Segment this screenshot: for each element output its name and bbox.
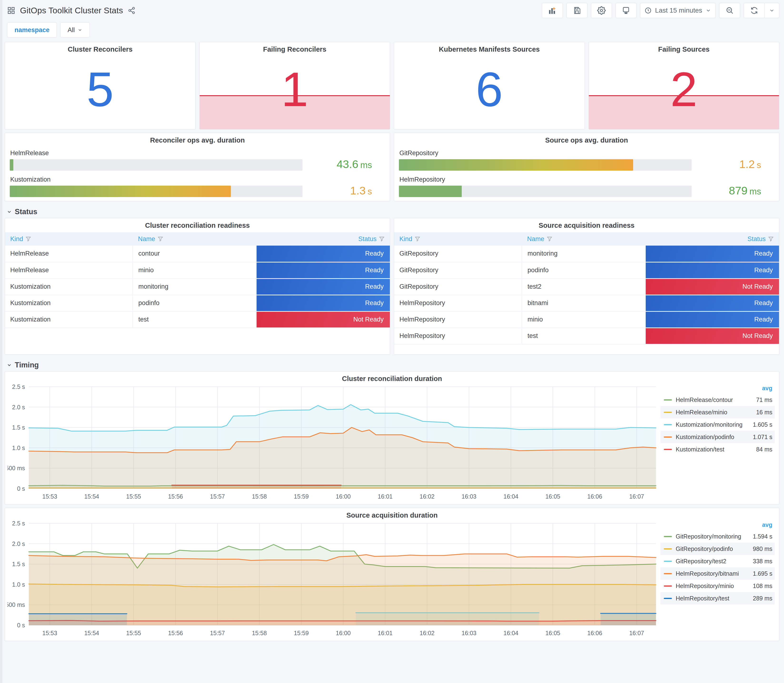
table-panel-cluster-reconciliation-readiness: Cluster reconciliation readiness Kind Na… (5, 218, 390, 354)
legend-item[interactable]: Kustomization/test84 ms (661, 443, 775, 455)
chart-canvas[interactable]: 0 s500 ms1.0 s1.5 s2.0 s2.5 s15:5315:541… (7, 519, 661, 639)
stat-value: 5 (5, 61, 196, 117)
legend-series-name[interactable]: HelmRepository/bitnami (676, 570, 739, 577)
svg-text:15:59: 15:59 (294, 630, 309, 637)
panel-title[interactable]: Cluster reconciliation readiness (5, 218, 390, 229)
time-range-picker[interactable]: Last 15 minutes (640, 3, 716, 18)
variable-namespace-select[interactable]: All (60, 22, 90, 38)
time-series-plot[interactable]: 0 s500 ms1.0 s1.5 s2.0 s2.5 s15:5315:541… (7, 382, 661, 503)
panel-title[interactable]: Cluster reconciliation duration (5, 372, 779, 383)
cell-kind: HelmRepository (394, 295, 522, 311)
chart-canvas[interactable]: 0 s500 ms1.0 s1.5 s2.0 s2.5 s15:5315:541… (7, 382, 661, 503)
column-header-kind[interactable]: Kind (5, 232, 133, 245)
panel-title[interactable]: Failing Reconcilers (200, 42, 390, 53)
add-panel-button[interactable] (542, 3, 563, 18)
legend-series-avg: 289 ms (753, 595, 772, 602)
legend-series-name[interactable]: GitRepository/monitoring (676, 533, 741, 540)
legend-item[interactable]: HelmRepository/minio108 ms (661, 580, 775, 592)
column-header-status[interactable]: Status (257, 232, 390, 245)
legend-series-name[interactable]: HelmRepository/minio (676, 583, 734, 590)
filter-icon (768, 236, 774, 242)
dashboard-settings-button[interactable] (591, 3, 612, 18)
section-timing[interactable]: Timing (6, 361, 779, 369)
legend-item[interactable]: GitRepository/podinfo980 ms (661, 543, 775, 555)
svg-text:16:00: 16:00 (336, 630, 351, 637)
legend-avg-header[interactable]: avg (661, 384, 775, 394)
status-badge: Not Ready (646, 279, 779, 295)
cell-name: test2 (522, 279, 646, 295)
legend-series-name[interactable]: Kustomization/monitoring (676, 421, 742, 428)
variables-row: namespace All (5, 19, 779, 38)
chart-legend: avgGitRepository/monitoring1.594 sGitRep… (661, 521, 775, 604)
legend-series-name[interactable]: Kustomization/podinfo (676, 434, 734, 441)
legend-series-name[interactable]: HelmRelease/minio (676, 409, 727, 416)
gauge-row: HelmRepository 879ms (399, 176, 774, 197)
legend-series-color (664, 412, 672, 413)
cell-name: test (522, 328, 646, 344)
cell-kind: HelmRepository (394, 328, 522, 344)
panel-title[interactable]: Source acquisition duration (5, 508, 779, 519)
cycle-view-mode-button[interactable] (616, 3, 636, 18)
panel-title[interactable]: Reconciler ops avg. duration (10, 133, 385, 144)
svg-text:16:07: 16:07 (629, 630, 644, 637)
dashboard-grid-icon[interactable] (7, 6, 15, 14)
gauge-panel-reconciler-ops: Reconciler ops avg. duration HelmRelease… (5, 133, 390, 201)
svg-text:1.0 s: 1.0 s (12, 581, 25, 588)
svg-text:16:04: 16:04 (503, 630, 518, 637)
legend-series-name[interactable]: Kustomization/test (676, 446, 724, 453)
time-series-plot[interactable]: 0 s500 ms1.0 s1.5 s2.0 s2.5 s15:5315:541… (7, 519, 661, 640)
stats-row: Cluster Reconcilers 5 Failing Reconciler… (5, 42, 779, 130)
svg-text:16:05: 16:05 (545, 630, 560, 637)
column-header-name[interactable]: Name (133, 232, 257, 245)
svg-text:500 ms: 500 ms (7, 601, 25, 608)
stat-value: 2 (589, 61, 779, 117)
legend-avg-header[interactable]: avg (661, 521, 775, 530)
legend-item[interactable]: HelmRepository/test289 ms (661, 592, 775, 604)
panel-title[interactable]: Source acquisition readiness (394, 218, 779, 229)
legend-series-name[interactable]: HelmRepository/test (676, 595, 729, 602)
panel-title[interactable]: Source ops avg. duration (399, 133, 774, 144)
table-row: KustomizationmonitoringReady (5, 279, 390, 295)
panel-title[interactable]: Kubernetes Manifests Sources (394, 42, 585, 53)
legend-series-color (664, 424, 672, 425)
zoom-out-button[interactable] (719, 3, 740, 18)
legend-series-name[interactable]: GitRepository/test2 (676, 558, 726, 565)
legend-series-avg: 84 ms (756, 446, 772, 453)
gauge-fill (399, 186, 462, 197)
column-header-status[interactable]: Status (646, 232, 779, 245)
table-row: HelmReleaseminioReady (5, 262, 390, 279)
legend-item[interactable]: Kustomization/monitoring1.605 s (661, 418, 775, 431)
svg-text:15:57: 15:57 (210, 630, 225, 637)
legend-series-name[interactable]: GitRepository/podinfo (676, 545, 733, 552)
legend-item[interactable]: GitRepository/monitoring1.594 s (661, 530, 775, 543)
panel-title[interactable]: Failing Sources (589, 42, 779, 53)
save-dashboard-button[interactable] (566, 3, 587, 18)
section-status[interactable]: Status (6, 207, 779, 216)
gauge-panel-source-ops: Source ops avg. duration GitRepository 1… (394, 133, 779, 201)
column-header-name[interactable]: Name (522, 232, 646, 245)
cell-name: bitnami (522, 295, 646, 311)
svg-text:16:02: 16:02 (420, 493, 434, 500)
legend-item[interactable]: GitRepository/test2338 ms (661, 555, 775, 568)
gauge-fill (10, 159, 13, 171)
legend-series-name[interactable]: HelmRelease/contour (676, 396, 733, 403)
legend-series-color (664, 573, 672, 574)
gauge-track (399, 186, 692, 197)
legend-item[interactable]: HelmRelease/contour71 ms (661, 394, 775, 406)
panel-title[interactable]: Cluster Reconcilers (5, 42, 196, 53)
chart-legend: avgHelmRelease/contour71 msHelmRelease/m… (661, 384, 775, 455)
legend-item[interactable]: HelmRepository/bitnami1.695 s (661, 568, 775, 580)
stat-panel-cluster-reconcilers: Cluster Reconcilers 5 (5, 42, 196, 130)
chevron-down-icon (6, 209, 12, 215)
svg-text:16:01: 16:01 (378, 630, 393, 637)
svg-text:16:01: 16:01 (378, 493, 393, 500)
legend-item[interactable]: HelmRelease/minio16 ms (661, 406, 775, 418)
refresh-interval-dropdown[interactable] (765, 3, 779, 18)
chart-panel-source-acquisition-duration: Source acquisition duration 0 s500 ms1.0… (5, 508, 779, 641)
refresh-button[interactable] (744, 3, 765, 18)
legend-item[interactable]: Kustomization/podinfo1.071 s (661, 431, 775, 443)
time-range-label: Last 15 minutes (655, 6, 702, 14)
column-header-kind[interactable]: Kind (394, 232, 522, 245)
share-icon[interactable] (128, 6, 135, 14)
svg-text:16:07: 16:07 (629, 493, 644, 500)
